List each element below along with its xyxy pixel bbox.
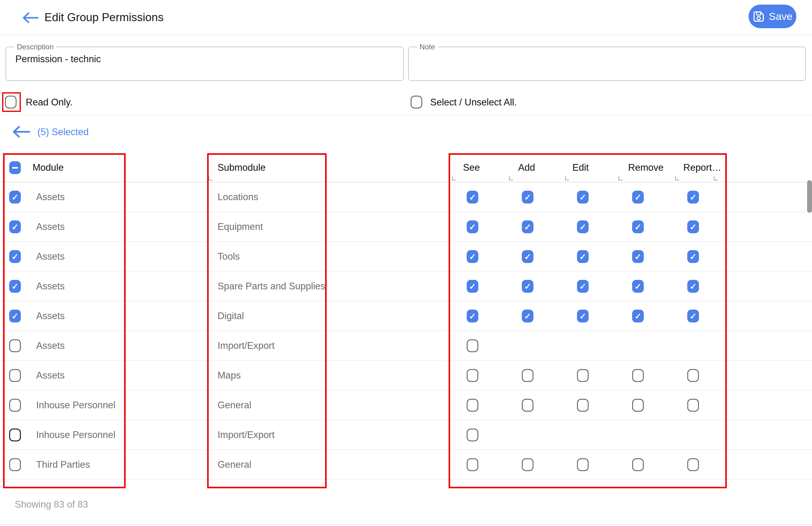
permission-checkbox-remove[interactable]: ✓ <box>632 221 644 233</box>
column-header-submodule[interactable]: Submodule <box>218 153 266 182</box>
permission-checkbox-add[interactable]: ✓ <box>522 221 534 233</box>
permission-checkbox-report[interactable]: ✓ <box>687 250 699 263</box>
module-checkbox[interactable] <box>9 369 21 382</box>
selected-count-link[interactable]: (5) Selected <box>38 127 89 138</box>
permission-checkbox-see[interactable] <box>467 399 478 412</box>
column-header-add[interactable]: Add <box>518 153 535 182</box>
permission-checkbox-see[interactable]: ✓ <box>467 250 478 263</box>
permission-checkbox-report[interactable] <box>687 369 699 382</box>
permission-checkbox-see[interactable]: ✓ <box>467 310 478 323</box>
column-resize-handle[interactable] <box>452 176 456 181</box>
permission-checkbox-edit[interactable]: ✓ <box>577 221 589 233</box>
module-cell: Assets <box>36 242 65 271</box>
column-resize-handle[interactable] <box>675 176 679 181</box>
permission-checkbox-add[interactable]: ✓ <box>522 310 534 323</box>
permission-checkbox-add[interactable] <box>522 369 534 382</box>
permission-checkbox-add[interactable]: ✓ <box>522 191 534 203</box>
showing-count-text: Showing 83 of 83 <box>15 499 88 510</box>
submodule-cell: Import/Export <box>218 420 275 449</box>
permission-checkbox-edit[interactable] <box>577 399 589 412</box>
permission-checkbox-see[interactable] <box>467 339 478 352</box>
vertical-scrollbar-thumb[interactable] <box>807 180 812 213</box>
check-icon: ✓ <box>635 253 642 261</box>
save-button[interactable]: Save <box>749 4 796 28</box>
column-resize-handle[interactable] <box>565 176 569 181</box>
permission-checkbox-report[interactable] <box>687 399 699 412</box>
select-unselect-all-label: Select / Unselect All. <box>430 97 517 108</box>
module-checkbox[interactable]: ✓ <box>9 250 21 263</box>
submodule-cell: Maps <box>218 361 241 390</box>
permission-checkbox-see[interactable] <box>467 369 478 382</box>
check-icon: ✓ <box>690 194 697 202</box>
permission-checkbox-edit[interactable]: ✓ <box>577 191 589 203</box>
permission-checkbox-remove[interactable] <box>632 369 644 382</box>
submodule-cell: General <box>218 450 251 479</box>
permission-checkbox-edit[interactable] <box>577 458 589 471</box>
permission-checkbox-report[interactable] <box>687 458 699 471</box>
column-header-edit[interactable]: Edit <box>572 153 589 182</box>
description-field[interactable]: Description Permission - technic <box>5 46 404 81</box>
check-icon: ✓ <box>524 312 531 321</box>
column-resize-handle[interactable] <box>509 176 513 181</box>
description-field-label: Description <box>14 43 56 51</box>
permission-checkbox-edit[interactable]: ✓ <box>577 250 589 263</box>
table-row: Inhouse PersonnelGeneral <box>0 390 812 420</box>
top-bar: Edit Group Permissions Save <box>0 0 812 35</box>
permission-checkbox-report[interactable]: ✓ <box>687 310 699 323</box>
module-checkbox[interactable]: ✓ <box>9 310 21 323</box>
permission-checkbox-add[interactable] <box>522 399 534 412</box>
permission-checkbox-remove[interactable]: ✓ <box>632 250 644 263</box>
column-resize-handle[interactable] <box>618 176 622 181</box>
permission-checkbox-add[interactable]: ✓ <box>522 280 534 293</box>
column-header-see[interactable]: See <box>463 153 480 182</box>
check-icon: ✓ <box>12 194 19 202</box>
table-row: AssetsMaps <box>0 361 812 390</box>
permission-checkbox-add[interactable]: ✓ <box>522 250 534 263</box>
permission-checkbox-remove[interactable] <box>632 458 644 471</box>
table-row: ✓AssetsEquipment✓✓✓✓✓ <box>0 212 812 242</box>
permission-checkbox-remove[interactable]: ✓ <box>632 310 644 323</box>
permission-checkbox-see[interactable] <box>467 458 478 471</box>
permission-checkbox-remove[interactable]: ✓ <box>632 280 644 293</box>
table-row: AssetsImport/Export <box>0 331 812 361</box>
module-checkbox[interactable]: ✓ <box>9 191 21 203</box>
column-resize-handle[interactable] <box>714 176 717 181</box>
permission-checkbox-report[interactable]: ✓ <box>687 191 699 203</box>
permission-checkbox-remove[interactable] <box>632 399 644 412</box>
select-all-modules-checkbox[interactable] <box>9 161 21 174</box>
read-only-checkbox[interactable] <box>5 96 16 109</box>
permission-checkbox-edit[interactable]: ✓ <box>577 310 589 323</box>
permission-checkbox-see[interactable]: ✓ <box>467 191 478 203</box>
permission-checkbox-edit[interactable] <box>577 369 589 382</box>
submodule-cell: Spare Parts and Supplies <box>218 272 325 301</box>
permission-checkbox-see[interactable]: ✓ <box>467 280 478 293</box>
column-resize-handle[interactable] <box>208 176 212 181</box>
module-cell: Assets <box>36 272 65 301</box>
column-header-remove[interactable]: Remove <box>628 153 663 182</box>
select-unselect-all-checkbox[interactable] <box>410 96 422 109</box>
permission-checkbox-see[interactable] <box>467 428 478 441</box>
check-icon: ✓ <box>579 253 586 261</box>
permission-checkbox-edit[interactable]: ✓ <box>577 280 589 293</box>
check-icon: ✓ <box>579 194 586 202</box>
module-checkbox[interactable] <box>9 458 21 471</box>
check-icon: ✓ <box>12 312 19 321</box>
permission-checkbox-see[interactable]: ✓ <box>467 221 478 233</box>
permission-checkbox-add[interactable] <box>522 458 534 471</box>
check-icon: ✓ <box>579 223 586 231</box>
check-icon: ✓ <box>690 223 697 231</box>
permission-checkbox-report[interactable]: ✓ <box>687 221 699 233</box>
back-button[interactable] <box>19 9 41 27</box>
submodule-cell: Locations <box>218 182 258 212</box>
table-row: ✓AssetsLocations✓✓✓✓✓ <box>0 182 812 212</box>
note-field[interactable]: Note <box>408 46 806 81</box>
column-header-module[interactable]: Module <box>32 153 64 182</box>
permission-checkbox-report[interactable]: ✓ <box>687 280 699 293</box>
module-checkbox[interactable] <box>9 399 21 412</box>
module-checkbox[interactable]: ✓ <box>9 221 21 233</box>
selection-back-button[interactable] <box>12 125 31 139</box>
permission-checkbox-remove[interactable]: ✓ <box>632 191 644 203</box>
module-checkbox[interactable]: ✓ <box>9 280 21 293</box>
module-checkbox[interactable] <box>9 339 21 352</box>
module-checkbox[interactable] <box>9 428 21 441</box>
